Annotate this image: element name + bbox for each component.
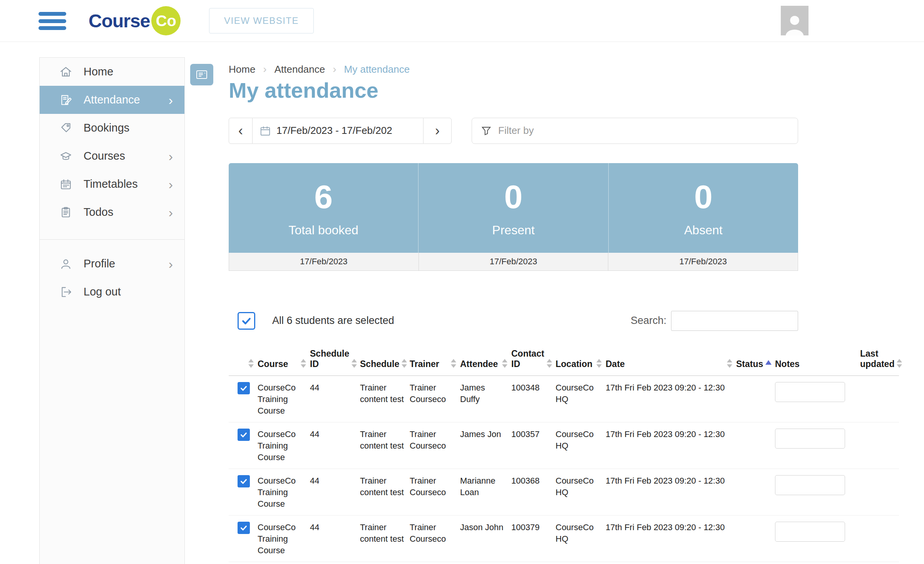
cell-notes — [775, 469, 860, 515]
attendance-stats-panel: 6 Total booked 0 Present 0 Absent — [229, 163, 798, 253]
sidebar-item-profile[interactable]: Profile › — [40, 250, 184, 278]
cell-last-updated — [860, 469, 899, 515]
sort-arrows-icon — [301, 359, 306, 368]
cell-notes — [775, 515, 860, 562]
previous-date-button[interactable]: ‹ — [229, 118, 253, 144]
cell-date: 17th Fri Feb 2023 09:20 - 12:30 — [606, 422, 736, 469]
register-panel-icon — [195, 68, 208, 81]
sidebar-item-courses[interactable]: Courses › — [40, 142, 184, 170]
breadcrumb-home[interactable]: Home — [229, 63, 255, 75]
stat-value: 0 — [609, 180, 798, 213]
cell-course: CourseCo Training Course — [258, 375, 310, 422]
cell-schedule-id: 44 — [310, 375, 360, 422]
profile-icon — [59, 257, 73, 271]
select-all-checkbox[interactable] — [238, 312, 255, 330]
sidebar-item-todos[interactable]: Todos › — [40, 198, 184, 226]
stats-date-strip: 17/Feb/2023 17/Feb/2023 17/Feb/2023 — [229, 253, 798, 271]
search-input[interactable] — [671, 311, 798, 331]
cell-location: CourseCo HQ — [556, 562, 606, 564]
column-header[interactable]: Contact ID — [511, 344, 556, 376]
column-header[interactable] — [229, 344, 258, 376]
sidebar-item-bookings[interactable]: Bookings — [40, 114, 184, 142]
sort-arrows-icon — [402, 359, 407, 368]
column-header[interactable]: Trainer — [410, 344, 460, 376]
cell-contact-id: 100368 — [511, 469, 556, 515]
cell-schedule: Trainer content test — [360, 469, 410, 515]
cell-last-updated — [860, 422, 899, 469]
notes-input[interactable] — [775, 429, 845, 449]
cell-select — [229, 375, 258, 422]
cell-location: CourseCo HQ — [556, 515, 606, 562]
cell-notes — [775, 422, 860, 469]
breadcrumb-current: My attendance — [344, 63, 410, 75]
checkmark-icon — [239, 431, 248, 439]
table-row: CourseCo Training Course 44 Trainer cont… — [229, 515, 899, 562]
column-header[interactable]: Schedule ID — [310, 344, 360, 376]
cell-schedule-id: 44 — [310, 469, 360, 515]
sidebar-item-timetables[interactable]: Timetables › — [40, 170, 184, 198]
cell-course: CourseCo Training Course — [258, 515, 310, 562]
chevron-right-icon: › — [169, 93, 173, 107]
table-row: CourseCo Training Course 44 Trainer cont… — [229, 375, 899, 422]
breadcrumb-attendance[interactable]: Attendance — [275, 63, 325, 75]
chevron-right-icon: › — [169, 257, 173, 270]
stat-label: Absent — [609, 223, 798, 237]
row-checkbox[interactable] — [238, 522, 250, 534]
sidebar: Home Attendance › Bookings Courses › Tim… — [39, 57, 185, 564]
hamburger-menu-icon[interactable] — [38, 12, 66, 30]
row-checkbox[interactable] — [238, 382, 250, 394]
sidebar-item-logout[interactable]: Log out — [40, 278, 184, 306]
logo-badge: Co — [151, 6, 181, 35]
notes-input[interactable] — [775, 475, 845, 495]
cell-course: CourseCo Training Course — [258, 562, 310, 564]
cell-trainer: Trainer Courseco — [410, 422, 460, 469]
cell-attendee: James Duffy — [460, 375, 511, 422]
notes-input[interactable] — [775, 382, 845, 402]
column-header[interactable]: Schedule — [360, 344, 410, 376]
column-header[interactable]: Attendee — [460, 344, 511, 376]
stat-date: 17/Feb/2023 — [229, 253, 418, 270]
column-label: Course — [258, 359, 288, 369]
column-header[interactable]: Location — [556, 344, 606, 376]
column-header[interactable]: Last updated — [860, 344, 899, 376]
column-header[interactable]: Course — [258, 344, 310, 376]
column-header[interactable]: Status — [736, 344, 775, 376]
sort-arrows-icon — [547, 359, 552, 368]
column-header[interactable]: Date — [606, 344, 736, 376]
stat-absent: 0 Absent — [608, 163, 798, 253]
filter-input[interactable] — [497, 124, 788, 137]
cell-trainer: Trainer Courseco — [410, 562, 460, 564]
calendar-icon — [259, 125, 271, 137]
stat-total-booked: 6 Total booked — [229, 163, 418, 253]
cell-schedule: Trainer content test — [360, 515, 410, 562]
sort-asc-icon — [765, 360, 772, 365]
cell-last-updated — [860, 515, 899, 562]
cell-last-updated — [860, 562, 899, 564]
avatar[interactable] — [781, 6, 808, 35]
cell-date: 17th Fri Feb 2023 09:20 - 12:30 — [606, 515, 736, 562]
top-bar: Course Co VIEW WEBSITE — [0, 0, 924, 42]
next-date-button[interactable]: › — [423, 118, 452, 144]
cell-notes — [775, 375, 860, 422]
cell-contact-id: 100348 — [511, 375, 556, 422]
stat-value: 6 — [229, 180, 418, 213]
sort-arrows-icon — [248, 359, 254, 368]
row-checkbox[interactable] — [238, 475, 250, 487]
table-row: CourseCo Training Course 44 Trainer cont… — [229, 469, 899, 515]
column-label: Location — [556, 359, 593, 369]
attendance-register-toggle-button[interactable] — [190, 64, 213, 85]
row-checkbox[interactable] — [238, 429, 250, 441]
sidebar-item-attendance[interactable]: Attendance › — [40, 86, 184, 114]
date-range-picker[interactable]: 17/Feb/2023 - 17/Feb/202 — [253, 118, 423, 144]
selection-message: All 6 students are selected — [272, 315, 394, 327]
courses-icon — [59, 149, 73, 163]
view-website-button[interactable]: VIEW WEBSITE — [209, 8, 314, 33]
sort-arrows-icon — [352, 359, 357, 368]
notes-input[interactable] — [775, 522, 845, 542]
checkmark-icon — [239, 477, 248, 486]
date-range-value: 17/Feb/2023 - 17/Feb/202 — [276, 125, 392, 137]
breadcrumb-separator-icon: › — [263, 63, 266, 75]
sidebar-item-home[interactable]: Home — [40, 58, 184, 86]
cell-schedule-id: 44 — [310, 515, 360, 562]
cell-schedule: Trainer content test — [360, 422, 410, 469]
